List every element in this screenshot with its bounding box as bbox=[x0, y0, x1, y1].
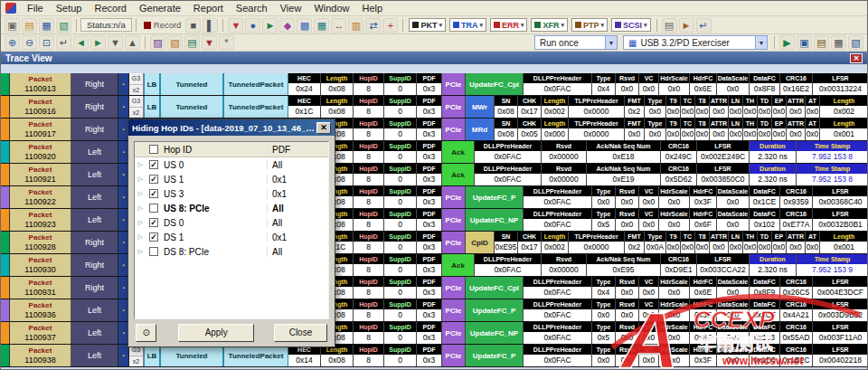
packet-cell[interactable]: Packet1100930 bbox=[10, 254, 71, 276]
field-time-stamp[interactable]: Time Stamp7.952 153 9 bbox=[797, 254, 868, 276]
field-td[interactable]: TD0x0 bbox=[758, 96, 772, 118]
legend-icon[interactable]: ▤ bbox=[662, 18, 677, 33]
field-rsvd[interactable]: Rsvd0x0 bbox=[616, 345, 639, 366]
tunneled-cell[interactable]: Tunneled bbox=[160, 345, 223, 366]
packet-type-pcie[interactable]: PCIe bbox=[442, 345, 466, 366]
packet-type-pcie[interactable]: PCIe bbox=[442, 322, 466, 344]
tunneled-packet-cell[interactable]: TunneledPacket bbox=[223, 73, 288, 95]
goto-icon[interactable]: ► bbox=[262, 18, 278, 33]
field-lfsr[interactable]: LFSR0x00402218 bbox=[813, 345, 868, 366]
field-hdrscale[interactable]: HdrScale0x0 bbox=[659, 299, 690, 321]
field-th[interactable]: TH0x0 bbox=[743, 96, 758, 118]
hop-id-row-us-1[interactable]: ▷✓US 10x1 bbox=[135, 172, 328, 186]
field-length[interactable]: Length0x001 bbox=[820, 119, 868, 140]
field-hopid[interactable]: HopID8 bbox=[354, 254, 384, 276]
field-rsvd[interactable]: Rsvd0x0 bbox=[616, 277, 639, 299]
hop-id-row-us-0[interactable]: ▷✓US 0All bbox=[135, 157, 328, 172]
collapse-all-icon[interactable]: ▲ bbox=[125, 35, 140, 50]
field-t8[interactable]: T80x0 bbox=[695, 119, 710, 140]
field-suppid[interactable]: SuppID0 bbox=[384, 141, 417, 163]
packet-type-updatefc-np[interactable]: UpdateFC_NP bbox=[466, 322, 524, 344]
open-icon[interactable]: ▤ bbox=[22, 18, 37, 33]
field-tlppreheader[interactable]: TLPPreHeader0x0000 bbox=[569, 119, 625, 140]
field-suppid[interactable]: SuppID0 bbox=[384, 299, 417, 321]
field-type[interactable]: Type0x4 bbox=[592, 73, 616, 95]
field-pdf[interactable]: PDF0x3 bbox=[417, 299, 442, 321]
field-pdf[interactable]: PDF0x3 bbox=[417, 209, 442, 231]
tunneled-cell[interactable]: Tunneled bbox=[160, 96, 223, 118]
filter-view-icon[interactable]: ▼ bbox=[202, 35, 217, 50]
field-t8[interactable]: T80x0 bbox=[695, 96, 710, 118]
dialog-titlebar[interactable]: Hiding Hop IDs - [data-2019_07_10_13_46_… bbox=[128, 119, 335, 136]
settings-icon[interactable]: * bbox=[219, 35, 234, 50]
field-type[interactable]: Type0x0 bbox=[592, 345, 616, 366]
field-at[interactable]: AT0x0 bbox=[806, 232, 820, 253]
field-hopid[interactable]: HopID8 bbox=[354, 209, 384, 231]
field-attr[interactable]: ATTR0x0 bbox=[710, 96, 729, 118]
packet-type-pcie[interactable]: PCIe bbox=[442, 299, 466, 321]
field-suppid[interactable]: SuppID0 bbox=[384, 232, 417, 253]
field-rsvd[interactable]: Rsvd0x00000 bbox=[542, 164, 587, 185]
packet-cell[interactable]: Packet1100923 bbox=[10, 209, 71, 231]
stop-icon[interactable]: ■ bbox=[185, 18, 201, 33]
field-datafc[interactable]: DataFC0x1D0 bbox=[750, 345, 780, 366]
workspace-icon[interactable]: ▣ bbox=[5, 18, 20, 33]
direction-cell[interactable]: Left bbox=[71, 299, 118, 321]
direction-cell[interactable]: Left bbox=[71, 322, 118, 344]
field-type[interactable]: Type0x0 bbox=[592, 299, 616, 321]
filter-pkt-button[interactable]: PKT▾ bbox=[409, 18, 446, 32]
field-lfsr[interactable]: LFSR0x0032B0B1 bbox=[813, 209, 868, 231]
field-crc16[interactable]: CRC160x16E2 bbox=[780, 73, 813, 95]
packet-type-pcie[interactable]: PCIe bbox=[442, 232, 466, 253]
menu-window[interactable]: Window bbox=[307, 2, 355, 14]
field-length[interactable]: Length0x002 bbox=[542, 232, 569, 253]
hop-id-row-ds-1[interactable]: ▷✓DS 10x1 bbox=[135, 230, 328, 244]
run-generator-icon[interactable]: ▶ bbox=[779, 35, 795, 50]
field-attr[interactable]: ATTR0x0 bbox=[787, 232, 806, 253]
packet-type-mrd[interactable]: MRd bbox=[466, 119, 495, 140]
field-td[interactable]: TD0x0 bbox=[758, 232, 772, 253]
field-length[interactable]: Length0x08 bbox=[321, 96, 354, 118]
field-hopid[interactable]: HopID8 bbox=[354, 164, 384, 185]
timing-icon[interactable]: ↔ bbox=[331, 18, 346, 33]
field-hopid[interactable]: HopID8 bbox=[354, 96, 384, 118]
expander-icon[interactable]: ▷ bbox=[135, 176, 146, 183]
field-hdrfc[interactable]: HdrFC0x6F bbox=[690, 322, 717, 344]
field-dllppreheader[interactable]: DLLPPreHeader0x0FAC bbox=[475, 254, 542, 276]
packet-cell[interactable]: Packet1100937 bbox=[10, 322, 71, 344]
packet-type-ack[interactable]: Ack bbox=[442, 254, 475, 276]
menu-view[interactable]: View bbox=[274, 2, 308, 14]
field-lfsr[interactable]: LFSR0x002E249C bbox=[697, 141, 750, 163]
field-datafc[interactable]: DataFC0x102 bbox=[750, 209, 780, 231]
direction-cell[interactable]: Left bbox=[71, 186, 118, 208]
packet-type-pcie[interactable]: PCIe bbox=[442, 73, 466, 95]
spreadsheet-icon[interactable]: ▦ bbox=[314, 18, 329, 33]
packet-type-pcie[interactable]: PCIe bbox=[442, 96, 466, 118]
field-hopid[interactable]: HopID8 bbox=[354, 141, 384, 163]
field-chk[interactable]: CHK0x05 bbox=[518, 119, 542, 140]
direction-cell[interactable]: Right bbox=[71, 73, 118, 95]
field-ack-nak-seq-num[interactable]: Ack/Nak Seq Num0xE18 bbox=[587, 141, 661, 163]
direction-cell[interactable]: Left bbox=[71, 209, 118, 231]
field-datascale[interactable]: DataScale0x0 bbox=[717, 209, 750, 231]
field-ack-nak-seq-num[interactable]: Ack/Nak Seq Num0xE95 bbox=[587, 254, 661, 276]
packet-type-updatefc-cpl[interactable]: UpdateFC_Cpl bbox=[466, 73, 524, 95]
field-time-stamp[interactable]: Time Stamp7.952 153 8 bbox=[797, 164, 868, 185]
field-hopid[interactable]: HopID8 bbox=[354, 232, 384, 253]
packet-cell[interactable]: Packet1100917 bbox=[10, 119, 71, 140]
field-type[interactable]: Type0x0 bbox=[592, 186, 616, 208]
field-th[interactable]: TH0x0 bbox=[743, 232, 758, 253]
field-length[interactable]: Length0x002 bbox=[542, 96, 569, 118]
hop-id-row-ds-8-pcie[interactable]: ▷DS 8: PCIeAll bbox=[135, 244, 328, 259]
expander-icon[interactable]: ▷ bbox=[135, 190, 146, 197]
field-crc16[interactable]: CRC160x249C bbox=[661, 141, 697, 163]
field-tlppreheader[interactable]: TLPPreHeader0x0000 bbox=[569, 232, 625, 253]
direction-cell[interactable]: Right bbox=[71, 277, 118, 299]
field-pdf[interactable]: PDF0x3 bbox=[417, 345, 442, 366]
hop-id-checkbox[interactable] bbox=[146, 204, 161, 213]
field-datascale[interactable]: DataScale0x0 bbox=[717, 322, 750, 344]
hide-hops-icon[interactable]: ▨ bbox=[150, 35, 165, 50]
field-t9[interactable]: T90x0 bbox=[666, 96, 681, 118]
close-icon[interactable]: ✕ bbox=[850, 53, 863, 63]
field-datafc[interactable]: DataFC0x1CE bbox=[750, 186, 780, 208]
